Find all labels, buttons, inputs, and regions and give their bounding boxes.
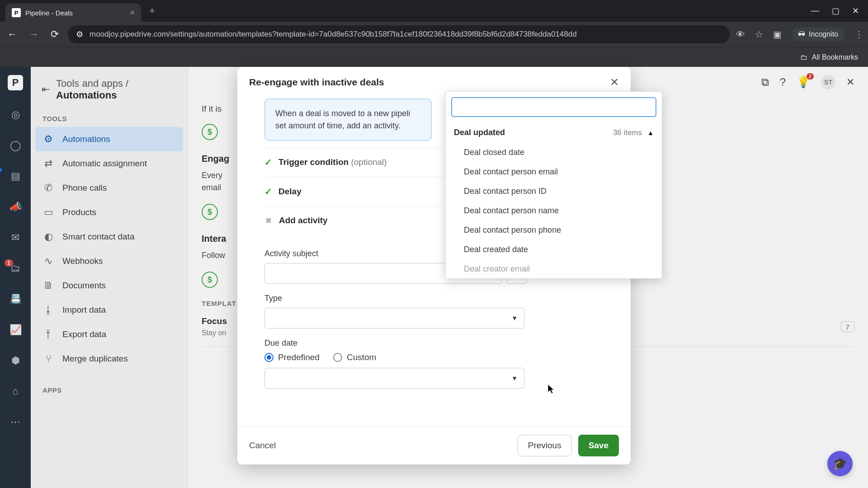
modal-close-icon[interactable]: ✕ [610, 76, 619, 89]
caret-down-icon: ▼ [511, 314, 518, 322]
tab-bar: P Pipeline - Deals × + — ▢ ✕ [0, 0, 868, 22]
star-icon[interactable]: ☆ [755, 29, 763, 40]
radio-label: Custom [347, 352, 376, 362]
modal-backdrop: Re-engage with inactive deals ✕ When a d… [0, 67, 868, 488]
tab-title: Pipeline - Deals [25, 9, 125, 17]
window-controls: — ▢ ✕ [811, 6, 863, 16]
modal-header: Re-engage with inactive deals ✕ [237, 67, 631, 95]
dropdown-search-input[interactable] [451, 97, 656, 117]
cancel-button[interactable]: Cancel [249, 441, 276, 450]
tab-close-icon[interactable]: × [130, 8, 135, 18]
radio-label: Predefined [278, 352, 320, 362]
radio-custom[interactable]: Custom [333, 352, 376, 362]
app: P ◎ ◯ ▤ 📣 ✉ 1🗂 📇 📈 ⬢ ⌂ ⋯ ⇤ Tools and app… [0, 67, 868, 488]
panel-icon[interactable]: ▣ [773, 29, 782, 40]
incognito-label: Incognito [809, 30, 838, 38]
modal: Re-engage with inactive deals ✕ When a d… [237, 67, 631, 465]
all-bookmarks-label[interactable]: All Bookmarks [812, 53, 858, 61]
site-settings-icon[interactable]: ⚙ [76, 29, 83, 39]
check-icon: ✓ [264, 157, 272, 168]
predefined-date-select[interactable]: ▼ [264, 368, 524, 389]
step-label: Trigger condition (optional) [278, 157, 387, 167]
dropdown-item[interactable]: Deal creator email [446, 259, 662, 278]
bookmarks-folder-icon[interactable]: 🗀 [800, 53, 807, 61]
radio-predefined[interactable]: Predefined [264, 352, 320, 362]
dropdown-item[interactable]: Deal contact person phone [446, 221, 662, 240]
caret-down-icon: ▼ [511, 375, 518, 382]
bullet-icon [266, 218, 271, 223]
incognito-badge[interactable]: 🕶 Incognito [792, 28, 844, 41]
radio-dot-icon [333, 353, 342, 362]
dropdown-item[interactable]: Deal contact person name [446, 201, 662, 221]
dropdown-list[interactable]: Deal closed date Deal contact person ema… [446, 143, 662, 278]
close-window-icon[interactable]: ✕ [852, 6, 859, 16]
new-tab-button[interactable]: + [145, 3, 160, 19]
check-icon: ✓ [264, 186, 272, 197]
dropdown-group-count: 36 items [613, 128, 642, 137]
addr-icons: 👁 ☆ ▣ 🕶 Incognito ⋮ [736, 28, 863, 41]
step-label: Delay [278, 187, 302, 197]
due-date-radio-group: Predefined Custom [264, 352, 625, 362]
field-label-type: Type [264, 294, 625, 303]
browser-chrome: P Pipeline - Deals × + — ▢ ✕ ← → ⟳ ⚙ moo… [0, 0, 868, 67]
dropdown-item[interactable]: Deal contact person ID [446, 182, 662, 201]
url-text: moodjoy.pipedrive.com/settings/automatio… [90, 30, 577, 39]
incognito-icon: 🕶 [798, 30, 805, 38]
save-button[interactable]: Save [578, 435, 619, 456]
eye-off-icon[interactable]: 👁 [736, 29, 745, 40]
info-card: When a deal is moved to a new pipeli set… [264, 99, 432, 141]
dropdown-item[interactable]: Deal closed date [446, 143, 662, 162]
back-icon[interactable]: ← [5, 26, 20, 43]
field-label-due: Due date [264, 338, 625, 348]
modal-footer: Cancel Previous Save [237, 426, 631, 465]
maximize-icon[interactable]: ▢ [832, 6, 840, 16]
dropdown-group-title: Deal updated [454, 128, 505, 137]
radio-dot-icon [264, 353, 274, 362]
dropdown-group-header[interactable]: Deal updated 36 items ▲ [446, 122, 662, 143]
bookmark-bar: 🗀 All Bookmarks [0, 47, 868, 67]
minimize-icon[interactable]: — [811, 6, 819, 16]
field-picker-dropdown: 🔍 Deal updated 36 items ▲ Deal closed da… [445, 91, 662, 279]
forward-icon: → [26, 26, 42, 43]
kebab-icon[interactable]: ⋮ [854, 29, 863, 40]
browser-tab[interactable]: P Pipeline - Deals × [5, 4, 141, 22]
previous-button[interactable]: Previous [518, 435, 572, 456]
reload-icon[interactable]: ⟳ [48, 26, 61, 43]
modal-title: Re-engage with inactive deals [249, 77, 384, 88]
tab-favicon: P [12, 8, 21, 17]
step-label: Add activity [279, 216, 328, 225]
caret-up-icon: ▲ [647, 129, 654, 136]
address-bar: ← → ⟳ ⚙ moodjoy.pipedrive.com/settings/a… [0, 22, 868, 47]
dropdown-item[interactable]: Deal created date [446, 240, 662, 259]
type-select[interactable]: ▼ [264, 308, 524, 328]
url-field[interactable]: ⚙ moodjoy.pipedrive.com/settings/automat… [68, 25, 730, 43]
dropdown-item[interactable]: Deal contact person email [446, 162, 662, 182]
